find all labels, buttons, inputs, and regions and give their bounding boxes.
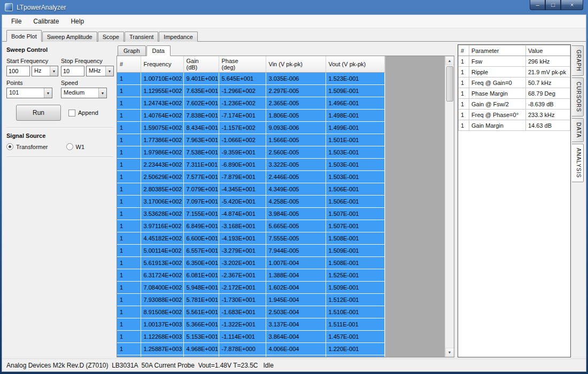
maximize-button[interactable]: □: [545, 0, 561, 10]
menu-item-file[interactable]: File: [5, 16, 27, 27]
table-cell[interactable]: 1.40764E+003: [141, 355, 183, 357]
table-row[interactable]: 17.93088E+0025.781E+001-1.730E+0011.945E…: [117, 293, 384, 306]
table-row[interactable]: 16.31724E+0026.081E+001-2.367E+0011.388E…: [117, 269, 384, 281]
close-button[interactable]: ×: [561, 0, 583, 10]
table-cell[interactable]: -5.420E+001: [219, 195, 266, 207]
table-cell[interactable]: 1: [117, 84, 141, 97]
column-header[interactable]: #: [117, 56, 141, 72]
table-row[interactable]: 11.12268E+0035.153E+001-1.114E+0013.864E…: [117, 330, 384, 342]
tab-data[interactable]: Data: [146, 45, 171, 56]
table-cell[interactable]: 1.509E-001: [326, 84, 384, 97]
side-tab-cursors[interactable]: CURSORS: [572, 77, 584, 116]
table-cell[interactable]: -1.322E+001: [219, 318, 266, 330]
table-cell[interactable]: 5.781E+001: [183, 293, 219, 306]
start-frequency-unit-select[interactable]: Hz ▼: [32, 66, 58, 76]
run-button[interactable]: Run: [16, 105, 61, 121]
radio-w1[interactable]: [66, 143, 73, 150]
table-row[interactable]: 11.77386E+0027.963E+001-1.066E+0021.566E…: [117, 134, 384, 146]
table-cell[interactable]: 2.80385E+002: [141, 183, 183, 195]
append-checkbox[interactable]: [68, 110, 75, 116]
table-cell[interactable]: 6.350E+001: [183, 256, 219, 269]
table-cell[interactable]: 5.366E+001: [183, 318, 219, 330]
table-cell[interactable]: 1: [117, 256, 141, 269]
table-cell[interactable]: -7.878E+000: [219, 342, 266, 355]
table-cell[interactable]: -4.335E+000: [219, 355, 266, 357]
table-cell[interactable]: 1.566E-005: [266, 134, 326, 146]
table-row[interactable]: 12.23443E+0027.311E+001-6.890E+0013.322E…: [117, 158, 384, 170]
table-cell[interactable]: 2.297E-005: [266, 84, 326, 97]
table-cell[interactable]: 1.507E-001: [326, 207, 384, 220]
table-cell[interactable]: 1.12955E+002: [141, 84, 183, 97]
table-cell[interactable]: 1.503E-001: [326, 170, 384, 183]
table-cell[interactable]: -2.367E+001: [219, 269, 266, 281]
table-cell[interactable]: 3.97116E+002: [141, 220, 183, 232]
table-cell[interactable]: 6.081E+001: [183, 269, 219, 281]
table-cell[interactable]: 5.153E+001: [183, 330, 219, 342]
table-cell[interactable]: 9.401E+001: [183, 72, 219, 84]
table-cell[interactable]: 7.311E+001: [183, 158, 219, 170]
table-cell[interactable]: 7.097E+001: [183, 195, 219, 207]
scrollbar-thumb[interactable]: [446, 66, 453, 102]
stop-frequency-unit-select[interactable]: MHz ▼: [86, 66, 114, 76]
table-cell[interactable]: 4.006E-004: [266, 342, 326, 355]
table-cell[interactable]: 1: [117, 97, 141, 109]
table-cell[interactable]: 1: [117, 134, 141, 146]
table-cell[interactable]: 1.523E-001: [326, 72, 384, 84]
table-cell[interactable]: 1: [117, 121, 141, 134]
table-cell[interactable]: 1.501E-001: [326, 134, 384, 146]
table-cell[interactable]: 1.945E-004: [266, 293, 326, 306]
table-cell[interactable]: 4.258E-005: [266, 195, 326, 207]
table-cell[interactable]: 1.12268E+003: [141, 330, 183, 342]
table-row[interactable]: 12.80385E+0027.079E+001-4.345E+0014.349E…: [117, 183, 384, 195]
table-cell[interactable]: -7.174E+001: [219, 109, 266, 121]
table-cell[interactable]: 3.322E-005: [266, 158, 326, 170]
table-row[interactable]: 13.17006E+0027.097E+001-5.420E+0014.258E…: [117, 195, 384, 207]
table-cell[interactable]: -1.296E+002: [219, 84, 266, 97]
table-cell[interactable]: 4.349E-005: [266, 183, 326, 195]
table-cell[interactable]: 1.508E-001: [326, 256, 384, 269]
table-row[interactable]: 15.00114E+0026.557E+001-3.279E+0017.944E…: [117, 244, 384, 256]
radio-transformer[interactable]: [6, 143, 13, 150]
table-cell[interactable]: 1: [117, 232, 141, 244]
table-cell[interactable]: 1.510E-001: [326, 306, 384, 318]
menu-item-help[interactable]: Help: [65, 16, 90, 27]
table-cell[interactable]: 7.538E+001: [183, 146, 219, 158]
stop-frequency-input[interactable]: [61, 66, 84, 76]
table-cell[interactable]: 6.849E+001: [183, 220, 219, 232]
table-cell[interactable]: 6.557E+001: [183, 244, 219, 256]
table-row[interactable]: 11.00137E+0035.366E+001-1.322E+0013.137E…: [117, 318, 384, 330]
tab-impedance[interactable]: Impedance: [159, 32, 197, 42]
table-cell[interactable]: 5.665E-005: [266, 220, 326, 232]
table-cell[interactable]: 5.948E+001: [183, 281, 219, 293]
table-cell[interactable]: 1: [117, 158, 141, 170]
table-row[interactable]: 11.24743E+0027.602E+001-1.236E+0022.365E…: [117, 97, 384, 109]
table-cell[interactable]: 7.555E-005: [266, 232, 326, 244]
table-cell[interactable]: 1.506E-001: [326, 195, 384, 207]
table-row[interactable]: 12.50629E+0027.577E+001-7.879E+0012.446E…: [117, 170, 384, 183]
table-cell[interactable]: 1.00710E+002: [141, 72, 183, 84]
table-cell[interactable]: 1.511E-001: [326, 318, 384, 330]
table-cell[interactable]: 1: [117, 330, 141, 342]
table-cell[interactable]: 1: [117, 195, 141, 207]
table-cell[interactable]: 5.00114E+002: [141, 244, 183, 256]
table-cell[interactable]: 1.508E-001: [326, 232, 384, 244]
table-row[interactable]: 17.08400E+0025.948E+001-2.172E+0011.602E…: [117, 281, 384, 293]
table-cell[interactable]: 1.806E-005: [266, 109, 326, 121]
side-tab-analysis[interactable]: ANALYSIS: [572, 144, 584, 182]
tab-bode-plot[interactable]: Bode Plot: [6, 30, 42, 42]
table-cell[interactable]: 8.434E+001: [183, 121, 219, 134]
table-row[interactable]: 13.53628E+0027.155E+001-4.874E+0013.984E…: [117, 207, 384, 220]
table-cell[interactable]: -3.202E+001: [219, 256, 266, 269]
table-cell[interactable]: 1.457E-001: [326, 330, 384, 342]
table-cell[interactable]: 7.079E+001: [183, 183, 219, 195]
table-cell[interactable]: 1.509E-001: [326, 281, 384, 293]
table-cell[interactable]: 1.97986E+002: [141, 146, 183, 158]
table-cell[interactable]: 1: [117, 281, 141, 293]
table-cell[interactable]: 1: [117, 109, 141, 121]
column-header[interactable]: Vout (V pk-pk): [326, 56, 384, 72]
table-cell[interactable]: 1.59075E+002: [141, 121, 183, 134]
table-cell[interactable]: 2.503E-004: [266, 306, 326, 318]
table-cell[interactable]: 1.525E-001: [326, 269, 384, 281]
table-cell[interactable]: 6.600E+001: [183, 232, 219, 244]
table-row[interactable]: 11.12955E+0027.635E+001-1.296E+0022.297E…: [117, 84, 384, 97]
